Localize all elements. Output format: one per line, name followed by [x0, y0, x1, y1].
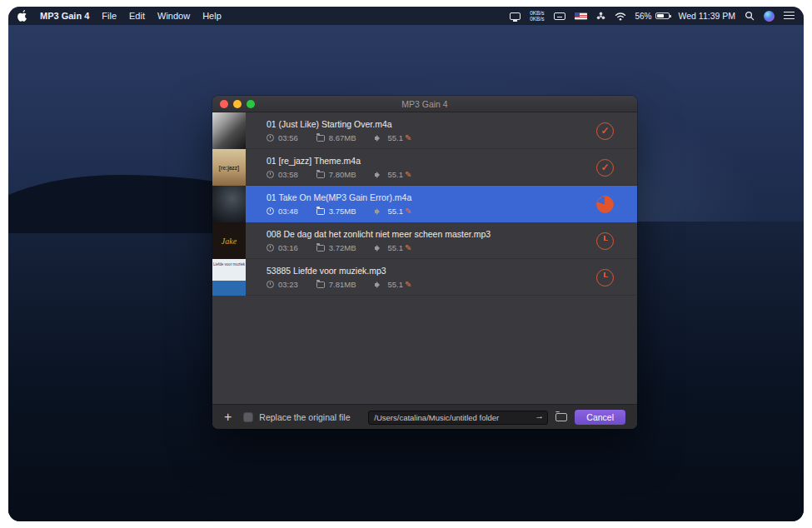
album-art: Liefde voor muziek [212, 259, 246, 296]
file-row[interactable]: [re:jazz] 01 [re_jazz] Theme.m4a 03:58 7… [212, 149, 637, 186]
file-row[interactable]: Jake 008 De dag dat het zonlicht niet me… [212, 222, 637, 259]
file-duration: 03:58 [278, 170, 298, 179]
close-window-button[interactable] [220, 100, 228, 108]
edit-gain-icon[interactable]: ✎ [405, 207, 411, 216]
duration-clock-icon [267, 207, 274, 215]
menu-bar-clock[interactable]: Wed 11:39 PM [679, 11, 735, 21]
file-row-selected[interactable]: 01 Take On Me(MP3 Gain Error).m4a 03:48 … [212, 186, 637, 222]
battery-indicator[interactable]: 56% [635, 12, 670, 21]
gain-value: 55.1 [388, 207, 404, 216]
traffic-lights [220, 100, 255, 108]
gain-value: 55.1 [388, 133, 404, 142]
file-duration: 03:16 [278, 243, 298, 252]
window-title: MP3 Gain 4 [212, 99, 637, 109]
gain-value: 55.1 [388, 170, 404, 179]
notification-center-icon[interactable] [784, 12, 795, 19]
duration-clock-icon [267, 244, 274, 252]
volume-icon [375, 281, 384, 288]
menu-bar: MP3 Gain 4 File Edit Window Help 0KB/s 0… [8, 7, 804, 25]
volume-icon [375, 207, 384, 215]
file-duration: 03:23 [278, 280, 298, 289]
net-down-label: 0KB/s [530, 16, 544, 22]
output-path-input[interactable] [368, 411, 548, 425]
mp3-gain-window: MP3 Gain 4 01 (Just Like) Starting Over.… [212, 96, 637, 429]
album-art [212, 112, 246, 149]
album-art [212, 186, 246, 222]
battery-icon [655, 12, 670, 20]
edit-gain-icon[interactable]: ✎ [405, 133, 411, 142]
app-menu-title[interactable]: MP3 Gain 4 [40, 11, 89, 21]
album-art-text: [re:jazz] [219, 165, 240, 171]
album-art-text: Liefde voor muziek [213, 262, 245, 266]
desktop-wallpaper: MP3 Gain 4 File Edit Window Help 0KB/s 0… [8, 7, 804, 521]
file-folder-icon [316, 281, 325, 288]
status-pending-icon [596, 269, 614, 286]
file-size: 8.67MB [329, 133, 356, 142]
network-speed-indicator[interactable]: 0KB/s 0KB/s [530, 10, 544, 22]
file-folder-icon [316, 208, 325, 215]
display-status-icon[interactable] [510, 12, 521, 20]
edit-gain-icon[interactable]: ✎ [405, 280, 411, 289]
file-duration: 03:48 [278, 207, 298, 216]
file-duration: 03:56 [278, 133, 298, 142]
fan-icon[interactable] [596, 12, 605, 21]
volume-icon [375, 171, 384, 178]
status-pending-icon [596, 232, 614, 250]
duration-clock-icon [267, 134, 274, 142]
album-art-text: Jake [222, 237, 237, 246]
choose-folder-icon[interactable] [555, 413, 567, 421]
file-size: 7.80MB [329, 170, 356, 179]
gain-value: 55.1 [388, 243, 404, 252]
file-list: 01 (Just Like) Starting Over.m4a 03:56 8… [212, 112, 637, 404]
file-folder-icon [316, 172, 325, 178]
zoom-window-button[interactable] [247, 100, 255, 108]
file-size: 7.81MB [329, 280, 356, 289]
volume-icon [375, 134, 384, 142]
file-row[interactable]: Liefde voor muziek 53885 Liefde voor muz… [212, 259, 637, 296]
menu-edit[interactable]: Edit [129, 11, 145, 21]
apple-menu-icon[interactable] [17, 10, 27, 22]
keyboard-icon[interactable] [554, 12, 565, 20]
input-source-flag-icon[interactable] [575, 12, 587, 20]
edit-gain-icon[interactable]: ✎ [405, 170, 411, 179]
file-name: 008 De dag dat het zonlicht niet meer sc… [267, 229, 596, 239]
net-up-label: 0KB/s [530, 10, 544, 16]
file-name: 53885 Liefde voor muziek.mp3 [267, 266, 596, 276]
window-footer: + Replace the original file → Cancel [212, 404, 637, 429]
add-file-button[interactable]: + [224, 411, 232, 424]
cancel-button[interactable]: Cancel [575, 410, 625, 425]
file-size: 3.75MB [329, 207, 356, 216]
battery-percent-label: 56% [635, 12, 652, 21]
replace-original-checkbox[interactable] [243, 412, 253, 422]
go-arrow-button[interactable]: → [535, 411, 544, 421]
file-size: 3.72MB [329, 243, 356, 252]
menu-file[interactable]: File [102, 11, 117, 21]
file-folder-icon [316, 245, 325, 252]
file-row[interactable]: 01 (Just Like) Starting Over.m4a 03:56 8… [212, 112, 637, 149]
edit-gain-icon[interactable]: ✎ [405, 243, 411, 252]
status-done-icon: ✓ [596, 159, 614, 177]
duration-clock-icon [267, 171, 274, 178]
window-title-bar[interactable]: MP3 Gain 4 [212, 96, 637, 112]
album-art: Jake [212, 222, 246, 259]
spotlight-search-icon[interactable] [745, 11, 755, 21]
duration-clock-icon [267, 281, 274, 288]
wifi-icon[interactable] [615, 12, 626, 21]
menu-window[interactable]: Window [157, 11, 190, 21]
minimize-window-button[interactable] [233, 100, 242, 108]
file-name: 01 [re_jazz] Theme.m4a [267, 156, 596, 166]
siri-icon[interactable] [764, 11, 775, 22]
album-art: [re:jazz] [212, 149, 246, 186]
status-done-icon: ✓ [596, 122, 614, 140]
status-progress-icon [596, 196, 614, 213]
volume-icon [375, 244, 384, 252]
replace-original-label: Replace the original file [259, 412, 350, 422]
file-name: 01 (Just Like) Starting Over.m4a [267, 119, 596, 129]
gain-value: 55.1 [388, 280, 404, 289]
menu-help[interactable]: Help [202, 11, 222, 21]
file-folder-icon [316, 135, 325, 142]
file-name: 01 Take On Me(MP3 Gain Error).m4a [267, 192, 596, 202]
